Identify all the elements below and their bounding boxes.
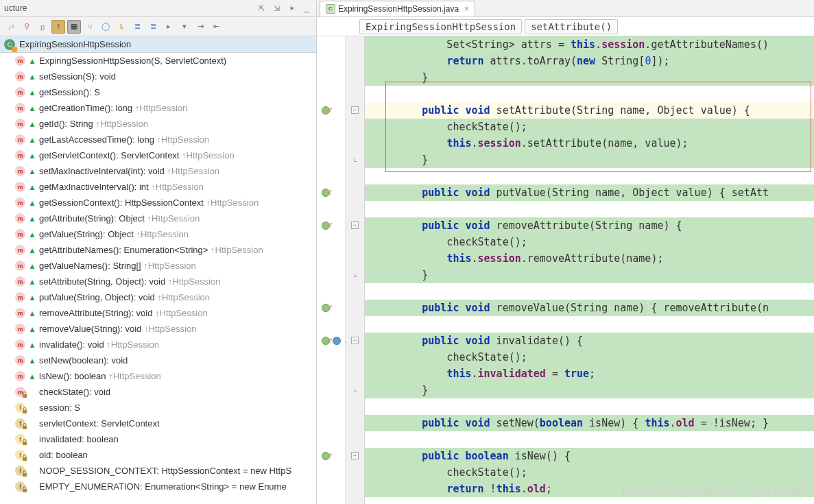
code-line[interactable]: return attrs.toArray(new String[0]); [365, 53, 814, 69]
fold-toggle-icon[interactable]: − [351, 106, 359, 114]
structure-panel: ucture ⇱ ⇲ ✶ ⎯ ↓Z ⚲ p f ▦ ⑂ ◯ λ ≣ ≣ ▸ ▾ … [0, 0, 317, 504]
member-label: setMaxInactiveInterval(int): void ↑HttpS… [39, 166, 219, 176]
gutter-inner[interactable]: −−−− [346, 36, 365, 504]
toggle-icon[interactable]: ▦ [67, 20, 81, 34]
member-row[interactable]: fNOOP_SESSION_CONTEXT: HttpSessionContex… [0, 463, 316, 479]
member-row[interactable]: finvalidated: boolean [0, 431, 316, 447]
code-line[interactable] [365, 431, 814, 448]
member-row[interactable]: m▴getSession(): S [0, 84, 316, 100]
member-row[interactable]: m▴setNew(boolean): void [0, 352, 316, 368]
member-row[interactable]: m▴ExpiringSessionHttpSession(S, ServletC… [0, 53, 316, 69]
member-row[interactable]: m▴removeValue(String): void ↑HttpSession [0, 321, 316, 337]
code-line[interactable] [365, 201, 814, 217]
member-row[interactable]: fEMPTY_ENUMERATION: Enumeration<String> … [0, 479, 316, 494]
code-line[interactable]: this.invalidated = true; [365, 365, 814, 382]
breadcrumb-class[interactable]: ExpiringSessionHttpSession [359, 19, 522, 34]
code-line[interactable] [365, 283, 814, 300]
code-line[interactable]: } [365, 267, 814, 283]
member-row[interactable]: m▴putValue(String, Object): void ↑HttpSe… [0, 289, 316, 305]
code-line[interactable]: return !this.old; [365, 481, 814, 497]
code-line[interactable]: Set<String> attrs = this.session.getAttr… [365, 36, 814, 53]
member-row[interactable]: m▴getId(): String ↑HttpSession [0, 116, 316, 132]
member-row[interactable]: m▴getAttribute(String): Object ↑HttpSess… [0, 211, 316, 226]
code-line[interactable]: public boolean isNew() { [365, 448, 814, 464]
expand-all-icon[interactable]: ≣ [130, 20, 144, 34]
method-icon: m [15, 56, 25, 66]
code-line[interactable]: this.session.removeAttribute(name); [365, 250, 814, 267]
override-gutter-icon[interactable]: ↑ [320, 104, 332, 117]
class-row[interactable]: C ExpiringSessionHttpSession [0, 36, 316, 53]
fold-toggle-icon[interactable]: − [351, 221, 359, 229]
sort-alpha-icon[interactable]: ↓Z [4, 20, 18, 34]
code-area[interactable]: Set<String> attrs = this.session.getAttr… [365, 36, 814, 504]
member-label: getCreationTime(): long ↑HttpSession [39, 103, 187, 113]
code-line[interactable]: checkState(); [365, 119, 814, 135]
member-row[interactable]: m▴setMaxInactiveInterval(int): void ↑Htt… [0, 163, 316, 179]
override-gutter-icon[interactable]: ↑ [320, 450, 332, 462]
method-icon: m [15, 292, 25, 302]
gear-icon[interactable]: ✶ [286, 3, 297, 14]
collapse-all-icon[interactable]: ≣ [146, 20, 160, 34]
code-line[interactable]: public void invalidate() { [365, 333, 814, 349]
code-line[interactable]: public void setNew(boolean isNew) { this… [365, 415, 814, 431]
hide-icon[interactable]: ⎯ [301, 3, 312, 14]
member-row[interactable]: m▴getCreationTime(): long ↑HttpSession [0, 100, 316, 116]
member-row[interactable]: m▴getAttributeNames(): Enumeration<Strin… [0, 242, 316, 258]
code-line[interactable]: public void removeValue(String name) { r… [365, 300, 814, 316]
code-line[interactable]: } [365, 152, 814, 168]
member-row[interactable]: m▴invalidate(): void ↑HttpSession [0, 337, 316, 352]
breadcrumb-method[interactable]: setAttribute() [525, 19, 618, 34]
tab-file[interactable]: C ExpiringSessionHttpSession.java × [320, 1, 475, 16]
code-line[interactable] [365, 398, 814, 415]
member-row[interactable]: m▴setSession(S): void [0, 69, 316, 84]
code-line[interactable]: checkState(); [365, 234, 814, 250]
fields-icon[interactable]: f [51, 20, 65, 34]
implements-gutter-icon[interactable]: ↓ [331, 335, 343, 347]
member-row[interactable]: m▴isNew(): boolean ↑HttpSession [0, 368, 316, 384]
override-gutter-icon[interactable]: ↑ [320, 219, 332, 232]
code-line[interactable] [365, 86, 814, 102]
code-line[interactable]: public void setAttribute(String name, Ob… [365, 102, 814, 119]
gutter-outer[interactable]: ↑↑↑↑↑↓↑ [317, 36, 346, 504]
autoscroll-icon[interactable]: ⇥ [193, 20, 207, 34]
member-row[interactable]: m▴setAttribute(String, Object): void ↑Ht… [0, 274, 316, 289]
member-row[interactable]: m▴getValueNames(): String[] ↑HttpSession [0, 258, 316, 274]
member-row[interactable]: m▴removeAttribute(String): void ↑HttpSes… [0, 305, 316, 321]
member-row[interactable]: mcheckState(): void [0, 384, 316, 400]
member-row[interactable]: m▴getValue(String): Object ↑HttpSession [0, 226, 316, 242]
lambda-icon[interactable]: λ [115, 20, 128, 34]
collapse-icon[interactable]: ⇲ [271, 3, 282, 14]
code-line[interactable]: checkState(); [365, 349, 814, 365]
code-line[interactable]: public void removeAttribute(String name)… [365, 217, 814, 234]
expand-icon[interactable]: ⇱ [256, 3, 267, 14]
anchor-icon[interactable]: ⚲ [20, 20, 34, 34]
close-icon[interactable]: × [464, 4, 469, 14]
override-gutter-icon[interactable]: ↑ [320, 187, 332, 199]
code-line[interactable]: } [365, 382, 814, 398]
code-line[interactable] [365, 316, 814, 333]
member-row[interactable]: fservletContext: ServletContext [0, 416, 316, 431]
circle-icon[interactable]: ◯ [99, 20, 112, 34]
fold-toggle-icon[interactable]: − [351, 452, 359, 459]
member-row[interactable]: fsession: S [0, 400, 316, 416]
member-row[interactable]: m▴getServletContext(): ServletContext ↑H… [0, 147, 316, 163]
code-line[interactable]: } [365, 69, 814, 86]
member-label: getId(): String ↑HttpSession [39, 119, 148, 129]
code-line[interactable]: this.session.setAttribute(name, value); [365, 135, 814, 152]
member-row[interactable]: m▴getSessionContext(): HttpSessionContex… [0, 195, 316, 211]
code-line[interactable]: public void putValue(String name, Object… [365, 184, 814, 201]
tree-collapse-icon[interactable]: ▾ [178, 20, 191, 34]
y-icon[interactable]: ⑂ [83, 20, 97, 34]
override-up-icon: ▴ [29, 151, 36, 160]
member-row[interactable]: m▴getLastAccessedTime(): long ↑HttpSessi… [0, 132, 316, 147]
fold-toggle-icon[interactable]: − [351, 337, 359, 344]
code-line[interactable]: checkState(); [365, 464, 814, 481]
member-list[interactable]: m▴ExpiringSessionHttpSession(S, ServletC… [0, 53, 316, 504]
member-row[interactable]: fold: boolean [0, 447, 316, 463]
member-row[interactable]: m▴getMaxInactiveInterval(): int ↑HttpSes… [0, 179, 316, 195]
property-icon[interactable]: p [36, 20, 49, 34]
autoscroll2-icon[interactable]: ⇤ [209, 20, 223, 34]
tree-expand-icon[interactable]: ▸ [162, 20, 176, 34]
code-line[interactable] [365, 168, 814, 184]
override-gutter-icon[interactable]: ↑ [320, 302, 332, 314]
